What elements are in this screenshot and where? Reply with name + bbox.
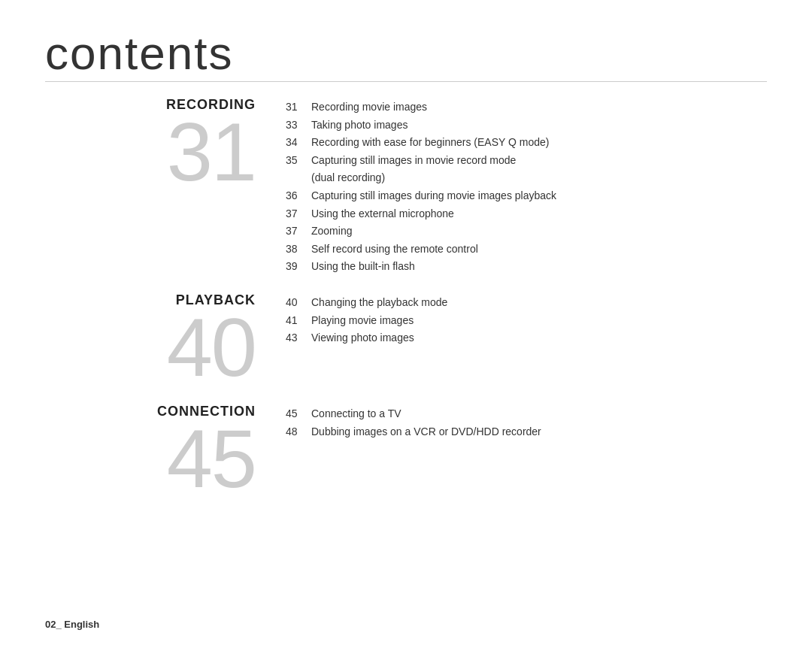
- list-item: 41 Playing movie images: [286, 313, 767, 329]
- entry-page: 31: [286, 101, 311, 113]
- entry-text: Using the built-in flash: [311, 259, 415, 274]
- entry-page: 35: [286, 154, 311, 166]
- entry-text: Taking photo images: [311, 118, 408, 133]
- entry-text: Changing the playback mode: [311, 295, 447, 310]
- entry-page: 36: [286, 189, 311, 201]
- recording-number: 31: [167, 111, 256, 193]
- entry-text: (dual recording): [311, 171, 385, 186]
- entry-page: 40: [286, 296, 311, 308]
- page: contents RECORDING 31 31 Recording movie…: [0, 0, 812, 651]
- entry-text: Dubbing images on a VCR or DVD/HDD recor…: [311, 425, 541, 440]
- connection-entries: 45 Connecting to a TV 48 Dubbing images …: [286, 404, 767, 442]
- list-item: 31 Recording movie images: [286, 100, 767, 115]
- entry-page: 37: [286, 207, 311, 220]
- recording-section: RECORDING 31 31 Recording movie images 3…: [45, 97, 767, 277]
- entry-page: 41: [286, 314, 311, 326]
- connection-number: 45: [167, 417, 256, 500]
- entry-page: 43: [286, 332, 311, 344]
- entry-text: Capturing still images in movie record m…: [311, 153, 516, 168]
- playback-left: PLAYBACK 40: [45, 292, 286, 389]
- list-item: 39 Using the built-in flash: [286, 259, 767, 274]
- list-item: 37 Zooming: [286, 224, 767, 239]
- title-underline: [45, 81, 767, 82]
- recording-left: RECORDING 31: [45, 97, 286, 193]
- entry-page: 33: [286, 119, 311, 131]
- list-item: 35 Capturing still images in movie recor…: [286, 153, 767, 168]
- playback-entries: 40 Changing the playback mode 41 Playing…: [286, 292, 767, 349]
- playback-number: 40: [167, 306, 256, 389]
- list-item: 40 Changing the playback mode: [286, 295, 767, 310]
- entry-text: Playing movie images: [311, 313, 414, 329]
- list-item: 45 Connecting to a TV: [286, 407, 767, 422]
- entry-text: Using the external microphone: [311, 207, 454, 222]
- entry-text: Viewing photo images: [311, 331, 414, 346]
- entry-page: 34: [286, 136, 311, 148]
- entry-text: Recording movie images: [311, 100, 427, 115]
- entry-page: 37: [286, 225, 311, 237]
- list-item: 37 Using the external microphone: [286, 207, 767, 222]
- page-title: contents: [45, 30, 767, 77]
- list-item: 00 (dual recording): [286, 171, 767, 186]
- playback-section: PLAYBACK 40 40 Changing the playback mod…: [45, 292, 767, 389]
- list-item: 34 Recording with ease for beginners (EA…: [286, 135, 767, 150]
- entry-page: 39: [286, 260, 311, 272]
- list-item: 33 Taking photo images: [286, 118, 767, 133]
- entry-text: Self record using the remote control: [311, 242, 478, 257]
- entry-text: Zooming: [311, 224, 352, 239]
- entry-text: Capturing still images during movie imag…: [311, 189, 556, 204]
- recording-entries: 31 Recording movie images 33 Taking phot…: [286, 97, 767, 277]
- entry-text: Recording with ease for beginners (EASY …: [311, 135, 549, 150]
- content-area: RECORDING 31 31 Recording movie images 3…: [45, 97, 767, 515]
- list-item: 38 Self record using the remote control: [286, 242, 767, 257]
- footer-text: 02_ English: [45, 619, 99, 630]
- entry-page: 38: [286, 243, 311, 255]
- list-item: 48 Dubbing images on a VCR or DVD/HDD re…: [286, 425, 767, 440]
- entry-page: 48: [286, 425, 311, 438]
- title-section: contents: [45, 30, 767, 82]
- list-item: 36 Capturing still images during movie i…: [286, 189, 767, 204]
- connection-section: CONNECTION 45 45 Connecting to a TV 48 D…: [45, 404, 767, 500]
- connection-left: CONNECTION 45: [45, 404, 286, 500]
- entry-text: Connecting to a TV: [311, 407, 401, 422]
- list-item: 43 Viewing photo images: [286, 331, 767, 346]
- entry-page: 45: [286, 407, 311, 419]
